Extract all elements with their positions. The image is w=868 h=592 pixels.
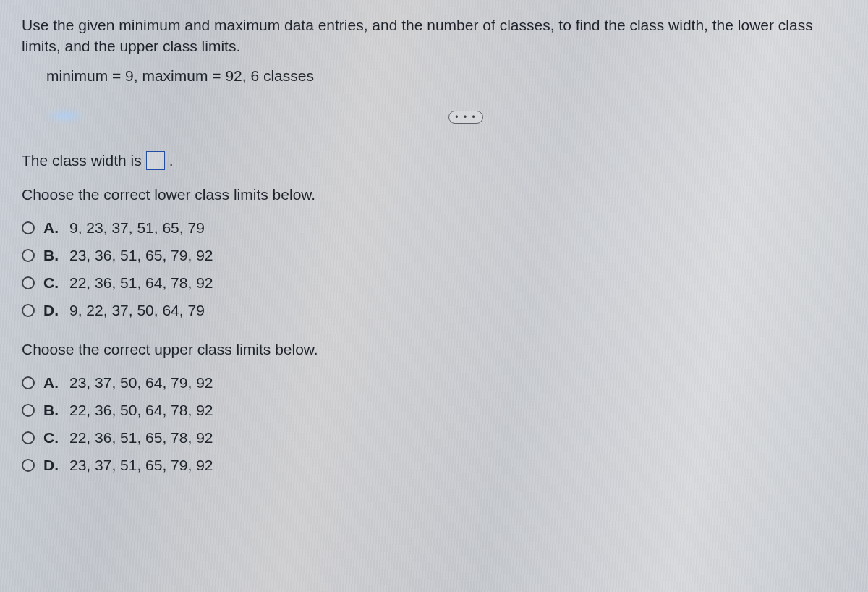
option-text: 23, 37, 51, 65, 79, 92 [69, 457, 213, 474]
parameters-text: minimum = 9, maximum = 92, 6 classes [22, 67, 846, 85]
option-letter: A. [43, 219, 61, 237]
lower-option-a[interactable]: A. 9, 23, 37, 51, 65, 79 [22, 219, 846, 237]
class-width-suffix: . [169, 152, 174, 169]
radio-icon [22, 404, 35, 417]
lower-option-b[interactable]: B. 23, 36, 51, 65, 79, 92 [22, 247, 846, 264]
option-letter: A. [43, 374, 61, 392]
upper-option-d[interactable]: D. 23, 37, 51, 65, 79, 92 [22, 457, 846, 474]
option-letter: B. [43, 402, 61, 419]
radio-icon [22, 249, 35, 262]
lower-limits-prompt: Choose the correct lower class limits be… [22, 186, 846, 203]
option-text: 9, 23, 37, 51, 65, 79 [69, 219, 205, 237]
instructions-text: Use the given minimum and maximum data e… [22, 14, 846, 57]
option-letter: D. [43, 457, 61, 474]
option-text: 23, 37, 50, 64, 79, 92 [69, 374, 213, 392]
radio-icon [22, 276, 35, 289]
option-letter: C. [43, 274, 61, 292]
horizontal-rule [0, 117, 868, 117]
upper-option-b[interactable]: B. 22, 36, 50, 64, 78, 92 [22, 402, 846, 419]
option-text: 9, 22, 37, 50, 64, 79 [69, 302, 205, 319]
lower-option-c[interactable]: C. 22, 36, 51, 64, 78, 92 [22, 274, 846, 292]
upper-limits-options: A. 23, 37, 50, 64, 79, 92 B. 22, 36, 50,… [22, 374, 846, 474]
upper-limits-prompt: Choose the correct upper class limits be… [22, 341, 846, 358]
upper-option-a[interactable]: A. 23, 37, 50, 64, 79, 92 [22, 374, 846, 392]
radio-icon [22, 431, 35, 444]
option-text: 22, 36, 50, 64, 78, 92 [69, 402, 213, 419]
option-letter: C. [43, 429, 61, 447]
question-page: Use the given minimum and maximum data e… [0, 0, 868, 592]
option-text: 22, 36, 51, 65, 78, 92 [69, 429, 213, 447]
option-text: 22, 36, 51, 64, 78, 92 [69, 274, 213, 292]
option-text: 23, 36, 51, 65, 79, 92 [69, 247, 213, 264]
radio-icon [22, 376, 35, 389]
radio-icon [22, 459, 35, 472]
lower-limits-options: A. 9, 23, 37, 51, 65, 79 B. 23, 36, 51, … [22, 219, 846, 319]
radio-icon [22, 304, 35, 317]
lower-option-d[interactable]: D. 9, 22, 37, 50, 64, 79 [22, 302, 846, 319]
class-width-prefix: The class width is [22, 152, 142, 169]
upper-option-c[interactable]: C. 22, 36, 51, 65, 78, 92 [22, 429, 846, 447]
class-width-input[interactable] [146, 151, 165, 170]
more-button[interactable]: • • • [448, 111, 483, 124]
option-letter: D. [43, 302, 61, 319]
class-width-row: The class width is . [22, 151, 846, 170]
divider-row: • • • [22, 111, 846, 124]
radio-icon [22, 221, 35, 234]
option-letter: B. [43, 247, 61, 264]
